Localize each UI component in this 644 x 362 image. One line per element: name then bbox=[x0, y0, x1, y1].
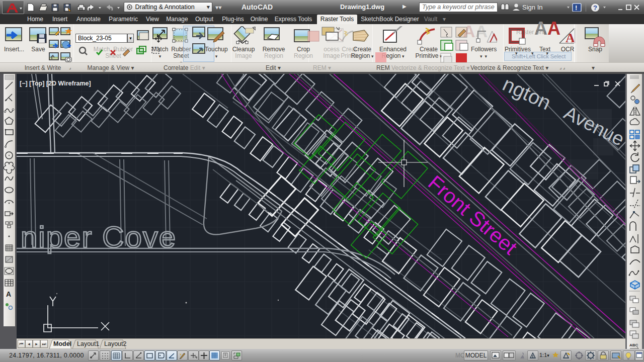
svg-text:ngton: ngton bbox=[500, 74, 554, 114]
svg-text:!: ! bbox=[575, 4, 577, 12]
svg-text:ABC: ABC bbox=[629, 343, 638, 347]
svg-text:?: ? bbox=[593, 4, 597, 12]
svg-text:A: A bbox=[6, 290, 11, 298]
svg-text:Sign In: Sign In bbox=[522, 4, 542, 11]
svg-text:niper Cove: niper Cove bbox=[21, 220, 177, 254]
